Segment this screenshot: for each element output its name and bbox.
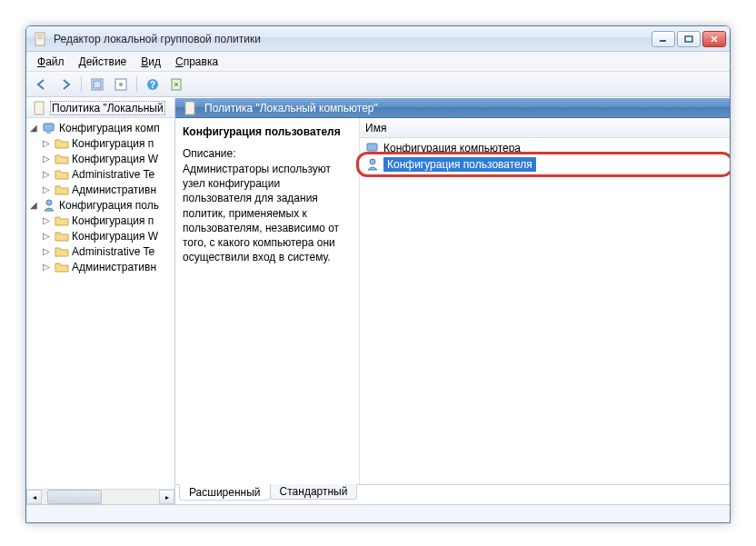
main-pane: Политика "Локальный компьютер" Конфигура… bbox=[175, 98, 730, 504]
close-button[interactable] bbox=[702, 31, 726, 47]
maximize-button[interactable] bbox=[677, 31, 701, 47]
folder-icon bbox=[55, 167, 69, 182]
properties-button[interactable] bbox=[166, 74, 186, 94]
scroll-icon bbox=[184, 101, 198, 115]
tree-item[interactable]: ▷Конфигурация п bbox=[26, 213, 174, 228]
list-item-user-config[interactable]: Конфигурация пользователя bbox=[363, 156, 726, 173]
tree-item[interactable]: ▷Административн bbox=[26, 259, 174, 274]
svg-rect-3 bbox=[37, 38, 43, 39]
folder-icon bbox=[55, 213, 69, 228]
horizontal-scrollbar[interactable]: ◂ ▸ bbox=[26, 489, 174, 504]
titlebar[interactable]: Редактор локальной групповой политики bbox=[26, 26, 730, 52]
main-header-title: Политика "Локальный компьютер" bbox=[204, 102, 378, 114]
svg-rect-19 bbox=[185, 102, 194, 114]
separator bbox=[81, 76, 82, 93]
detail-column: Конфигурация пользователя Описание: Адми… bbox=[175, 118, 359, 484]
detail-title: Конфигурация пользователя bbox=[183, 125, 352, 138]
svg-rect-9 bbox=[94, 81, 101, 88]
tree-item[interactable]: ▷Конфигурация W bbox=[26, 228, 174, 243]
forward-button[interactable] bbox=[55, 74, 75, 94]
folder-icon bbox=[55, 229, 69, 243]
folder-icon bbox=[55, 244, 69, 259]
back-button[interactable] bbox=[32, 74, 52, 94]
list-column: Имя Конфигурация компьютера Конфигурация… bbox=[359, 118, 730, 484]
collapse-icon[interactable]: ◢ bbox=[28, 200, 39, 210]
expand-icon[interactable]: ▷ bbox=[41, 138, 52, 148]
folder-icon bbox=[55, 260, 69, 274]
show-hide-tree-button[interactable] bbox=[111, 74, 131, 94]
computer-icon bbox=[365, 141, 380, 155]
collapse-icon[interactable]: ◢ bbox=[28, 123, 39, 133]
expand-icon[interactable]: ▷ bbox=[41, 246, 52, 256]
menu-action[interactable]: Действие bbox=[72, 54, 134, 70]
main-header: Политика "Локальный компьютер" bbox=[175, 98, 730, 118]
tab-standard[interactable]: Стандартный bbox=[270, 484, 358, 500]
content: Политика "Локальный ◢ Конфигурация комп … bbox=[26, 97, 730, 504]
expand-icon[interactable]: ▷ bbox=[41, 154, 52, 164]
list-body: Конфигурация компьютера Конфигурация пол… bbox=[360, 138, 730, 484]
help-button[interactable]: ? bbox=[143, 74, 163, 94]
svg-rect-21 bbox=[370, 152, 374, 154]
svg-rect-4 bbox=[660, 40, 666, 42]
scroll-thumb[interactable] bbox=[47, 490, 102, 504]
tree-item[interactable]: ▷Административн bbox=[26, 182, 174, 197]
tree-item[interactable]: ▷Конфигурация п bbox=[26, 135, 174, 151]
menu-view[interactable]: Вид bbox=[134, 54, 168, 70]
toolbar: ? bbox=[26, 72, 730, 97]
scroll-right-arrow[interactable]: ▸ bbox=[159, 490, 174, 504]
expand-icon[interactable]: ▷ bbox=[41, 231, 52, 241]
expand-icon[interactable]: ▷ bbox=[41, 215, 52, 225]
svg-point-22 bbox=[370, 159, 375, 164]
menu-file[interactable]: Файл bbox=[30, 54, 72, 70]
expand-icon[interactable]: ▷ bbox=[41, 184, 52, 194]
window-title: Редактор локальной групповой политики bbox=[54, 33, 652, 45]
scroll-left-arrow[interactable]: ◂ bbox=[26, 490, 42, 504]
description-text: Администраторы используют узел конфигура… bbox=[183, 162, 352, 264]
user-icon bbox=[365, 157, 380, 172]
expand-icon[interactable]: ▷ bbox=[41, 262, 52, 272]
list-column-header[interactable]: Имя bbox=[360, 118, 730, 138]
folder-icon bbox=[55, 152, 69, 166]
column-name-header: Имя bbox=[365, 122, 386, 134]
main-body: Конфигурация пользователя Описание: Адми… bbox=[175, 118, 730, 484]
view-tabs: Расширенный Стандартный bbox=[175, 484, 730, 504]
menubar: Файл Действие Вид Справка bbox=[26, 52, 730, 72]
svg-rect-20 bbox=[367, 144, 377, 151]
svg-rect-16 bbox=[44, 124, 54, 131]
menu-help[interactable]: Справка bbox=[168, 54, 225, 70]
statusbar bbox=[26, 504, 730, 522]
separator bbox=[136, 76, 137, 93]
scroll-icon bbox=[33, 101, 47, 115]
tree-node-user-config[interactable]: ◢ Конфигурация поль bbox=[26, 197, 174, 213]
tree-item[interactable]: ▷Конфигурация W bbox=[26, 151, 174, 166]
svg-text:?: ? bbox=[150, 80, 155, 90]
folder-icon bbox=[55, 136, 69, 151]
tree-body: ◢ Конфигурация комп ▷Конфигурация п ▷Кон… bbox=[26, 118, 174, 489]
app-icon bbox=[34, 32, 48, 46]
tree-item[interactable]: ▷Administrative Te bbox=[26, 243, 174, 259]
computer-icon bbox=[42, 121, 56, 135]
svg-rect-17 bbox=[46, 132, 51, 134]
tree-header[interactable]: Политика "Локальный bbox=[26, 98, 174, 118]
description-label: Описание: bbox=[183, 147, 352, 160]
tree-root-label: Политика "Локальный bbox=[50, 101, 165, 115]
folder-icon bbox=[55, 183, 69, 197]
list-item-computer-config[interactable]: Конфигурация компьютера bbox=[363, 140, 726, 156]
tree-pane: Политика "Локальный ◢ Конфигурация комп … bbox=[26, 98, 175, 504]
svg-rect-15 bbox=[35, 102, 44, 114]
svg-rect-5 bbox=[685, 36, 692, 42]
svg-rect-1 bbox=[37, 35, 43, 35]
tree-node-computer-config[interactable]: ◢ Конфигурация комп bbox=[26, 120, 174, 135]
up-button[interactable] bbox=[87, 74, 107, 94]
svg-rect-2 bbox=[37, 36, 43, 37]
minimize-button[interactable] bbox=[652, 31, 675, 47]
svg-point-11 bbox=[119, 83, 123, 86]
expand-icon[interactable]: ▷ bbox=[41, 169, 52, 179]
svg-point-18 bbox=[46, 200, 52, 205]
user-icon bbox=[42, 198, 56, 213]
tree-item[interactable]: ▷Administrative Te bbox=[26, 166, 174, 182]
tab-extended[interactable]: Расширенный bbox=[179, 484, 271, 501]
window: Редактор локальной групповой политики Фа… bbox=[25, 25, 731, 523]
